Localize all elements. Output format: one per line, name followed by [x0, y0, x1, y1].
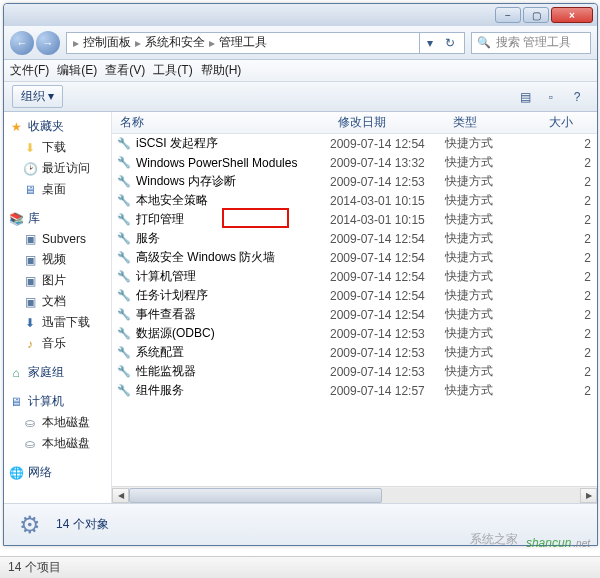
- drive-icon: ⛀: [22, 436, 38, 452]
- views-button[interactable]: ▤: [513, 86, 537, 108]
- file-size: 2: [541, 213, 597, 227]
- scroll-track[interactable]: [129, 488, 580, 503]
- sidebar-xl-downloads[interactable]: ⬇迅雷下载: [20, 312, 109, 333]
- folder-icon: ▣: [22, 231, 38, 247]
- file-type: 快捷方式: [445, 287, 541, 304]
- file-size: 2: [541, 270, 597, 284]
- horizontal-scrollbar[interactable]: ◀ ▶: [112, 486, 597, 503]
- menu-tools[interactable]: 工具(T): [153, 62, 192, 79]
- file-item[interactable]: 🔧任务计划程序2009-07-14 12:54快捷方式2: [112, 286, 597, 305]
- breadcrumb[interactable]: 系统和安全: [143, 34, 207, 51]
- file-item[interactable]: 🔧本地安全策略2014-03-01 10:15快捷方式2: [112, 191, 597, 210]
- shortcut-icon: 🔧: [116, 155, 132, 171]
- file-size: 2: [541, 346, 597, 360]
- details-count: 14 个对象: [56, 516, 109, 533]
- back-button[interactable]: ←: [10, 31, 34, 55]
- maximize-button[interactable]: ▢: [523, 7, 549, 23]
- file-name: Windows PowerShell Modules: [136, 156, 297, 170]
- search-placeholder: 搜索 管理工具: [496, 34, 571, 51]
- file-item[interactable]: 🔧Windows PowerShell Modules2009-07-14 13…: [112, 153, 597, 172]
- column-size[interactable]: 大小: [541, 114, 597, 131]
- search-input[interactable]: 🔍 搜索 管理工具: [471, 32, 591, 54]
- menu-edit[interactable]: 编辑(E): [57, 62, 97, 79]
- column-name[interactable]: 名称: [112, 114, 330, 131]
- sidebar-favorites[interactable]: ★收藏夹: [6, 116, 109, 137]
- search-icon: 🔍: [476, 35, 492, 51]
- sidebar-local-disk[interactable]: ⛀本地磁盘: [20, 412, 109, 433]
- chevron-icon: ▸: [71, 36, 81, 50]
- sidebar-videos[interactable]: ▣视频: [20, 249, 109, 270]
- dropdown-button[interactable]: ▾: [420, 33, 440, 53]
- file-type: 快捷方式: [445, 211, 541, 228]
- file-name: 高级安全 Windows 防火墙: [136, 249, 275, 266]
- minimize-button[interactable]: −: [495, 7, 521, 23]
- help-button[interactable]: ?: [565, 86, 589, 108]
- sidebar-subversion[interactable]: ▣Subvers: [20, 229, 109, 249]
- refresh-button[interactable]: ↻: [440, 33, 460, 53]
- file-item[interactable]: 🔧系统配置2009-07-14 12:53快捷方式2: [112, 343, 597, 362]
- sidebar-homegroup[interactable]: ⌂家庭组: [6, 362, 109, 383]
- scroll-left-button[interactable]: ◀: [112, 488, 129, 503]
- breadcrumb[interactable]: 管理工具: [217, 34, 269, 51]
- file-item[interactable]: 🔧事件查看器2009-07-14 12:54快捷方式2: [112, 305, 597, 324]
- close-button[interactable]: ×: [551, 7, 593, 23]
- column-date[interactable]: 修改日期: [330, 114, 445, 131]
- sidebar-downloads[interactable]: ⬇下载: [20, 137, 109, 158]
- chevron-icon: ▸: [207, 36, 217, 50]
- sidebar-music[interactable]: ♪音乐: [20, 333, 109, 354]
- file-type: 快捷方式: [445, 249, 541, 266]
- file-item[interactable]: 🔧计算机管理2009-07-14 12:54快捷方式2: [112, 267, 597, 286]
- sidebar-recent[interactable]: 🕑最近访问: [20, 158, 109, 179]
- preview-button[interactable]: ▫: [539, 86, 563, 108]
- file-item[interactable]: 🔧组件服务2009-07-14 12:57快捷方式2: [112, 381, 597, 400]
- file-item[interactable]: 🔧Windows 内存诊断2009-07-14 12:53快捷方式2: [112, 172, 597, 191]
- library-icon: 📚: [8, 211, 24, 227]
- file-item[interactable]: 🔧高级安全 Windows 防火墙2009-07-14 12:54快捷方式2: [112, 248, 597, 267]
- file-name: 本地安全策略: [136, 192, 208, 209]
- computer-icon: 🖥: [8, 394, 24, 410]
- menu-file[interactable]: 文件(F): [10, 62, 49, 79]
- file-type: 快捷方式: [445, 325, 541, 342]
- desktop-icon: 🖥: [22, 182, 38, 198]
- menu-help[interactable]: 帮助(H): [201, 62, 242, 79]
- chevron-icon: ▸: [133, 36, 143, 50]
- file-date: 2009-07-14 12:57: [330, 384, 445, 398]
- sidebar-desktop[interactable]: 🖥桌面: [20, 179, 109, 200]
- sidebar-computer[interactable]: 🖥计算机: [6, 391, 109, 412]
- main-pane: 名称 修改日期 类型 大小 🔧iSCSI 发起程序2009-07-14 12:5…: [112, 112, 597, 503]
- file-item[interactable]: 🔧iSCSI 发起程序2009-07-14 12:54快捷方式2: [112, 134, 597, 153]
- sidebar-local-disk2[interactable]: ⛀本地磁盘: [20, 433, 109, 454]
- titlebar[interactable]: − ▢ ×: [4, 4, 597, 26]
- breadcrumb[interactable]: 控制面板: [81, 34, 133, 51]
- file-size: 2: [541, 384, 597, 398]
- file-list[interactable]: 🔧iSCSI 发起程序2009-07-14 12:54快捷方式2🔧Windows…: [112, 134, 597, 486]
- file-size: 2: [541, 251, 597, 265]
- shortcut-icon: 🔧: [116, 193, 132, 209]
- menu-view[interactable]: 查看(V): [105, 62, 145, 79]
- sidebar-pictures[interactable]: ▣图片: [20, 270, 109, 291]
- file-name: 数据源(ODBC): [136, 325, 215, 342]
- organize-button[interactable]: 组织 ▾: [12, 85, 63, 108]
- file-name: 性能监视器: [136, 363, 196, 380]
- shortcut-icon: 🔧: [116, 364, 132, 380]
- scroll-thumb[interactable]: [129, 488, 382, 503]
- shortcut-icon: 🔧: [116, 136, 132, 152]
- file-item[interactable]: 🔧数据源(ODBC)2009-07-14 12:53快捷方式2: [112, 324, 597, 343]
- file-size: 2: [541, 137, 597, 151]
- file-item[interactable]: 🔧性能监视器2009-07-14 12:53快捷方式2: [112, 362, 597, 381]
- shortcut-icon: 🔧: [116, 345, 132, 361]
- sidebar-network[interactable]: 🌐网络: [6, 462, 109, 483]
- file-item[interactable]: 🔧服务2009-07-14 12:54快捷方式2: [112, 229, 597, 248]
- file-name: 组件服务: [136, 382, 184, 399]
- shortcut-icon: 🔧: [116, 174, 132, 190]
- sidebar-libraries[interactable]: 📚库: [6, 208, 109, 229]
- file-item[interactable]: 🔧打印管理2014-03-01 10:15快捷方式2: [112, 210, 597, 229]
- star-icon: ★: [8, 119, 24, 135]
- column-type[interactable]: 类型: [445, 114, 541, 131]
- address-bar[interactable]: ▸ 控制面板 ▸ 系统和安全 ▸ 管理工具 ▾ ↻: [66, 32, 465, 54]
- forward-button[interactable]: →: [36, 31, 60, 55]
- menu-bar: 文件(F) 编辑(E) 查看(V) 工具(T) 帮助(H): [4, 60, 597, 82]
- scroll-right-button[interactable]: ▶: [580, 488, 597, 503]
- file-name: 任务计划程序: [136, 287, 208, 304]
- sidebar-documents[interactable]: ▣文档: [20, 291, 109, 312]
